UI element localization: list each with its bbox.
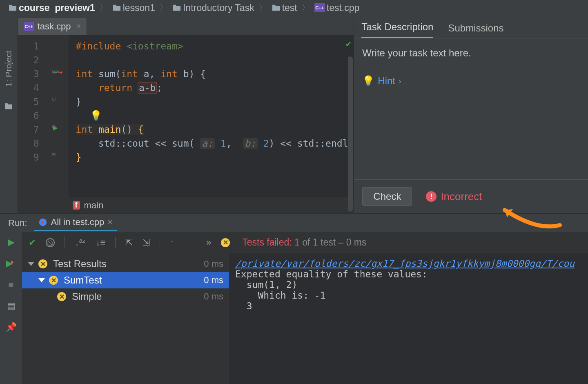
chevron-right-icon: 〉 <box>98 2 110 14</box>
check-status: ! Incorrect <box>426 190 482 203</box>
breadcrumb-label: lesson1 <box>123 2 155 13</box>
prev-test-icon[interactable]: ↑ <box>170 237 174 248</box>
test-output[interactable]: /private/var/folders/zc/gx17_fps3sjgkr1y… <box>229 253 588 384</box>
run-tab-label: All in test.cpp <box>51 217 104 228</box>
code-area[interactable]: 1 2 3 4 5 6 7 8 9 ↩↪ ▶ ⊟ ⊟ ⊟ ⊟ #include … <box>18 35 354 197</box>
folder-icon <box>8 4 17 11</box>
tree-test[interactable]: ✕Simple 0 ms <box>22 288 229 305</box>
chevron-right-icon: 〉 <box>300 2 312 14</box>
run-tab[interactable]: All in test.cpp × <box>34 214 117 231</box>
breadcrumb-item[interactable]: Introductory Task <box>172 2 254 13</box>
sort-duration-icon[interactable]: ↓≡ <box>96 237 105 248</box>
breadcrumb-item[interactable]: lesson1 <box>112 2 155 13</box>
hint-link[interactable]: 💡 Hint › <box>362 75 580 87</box>
run-toolwindow: Run: All in test.cpp × ▶ ▶● ■ ▤ 📌 ✔ ⦸ ↓ª… <box>0 213 588 384</box>
sort-alpha-icon[interactable]: ↓ªᶻ <box>75 237 86 248</box>
separator <box>115 237 116 248</box>
chevron-down-icon[interactable] <box>28 262 34 266</box>
cpp-file-icon <box>24 22 34 31</box>
separator <box>160 237 160 248</box>
output-path-link[interactable]: /private/var/folders/zc/gx17_fps3sjgkr1y… <box>235 258 575 269</box>
bulb-icon[interactable]: 💡 <box>90 110 102 121</box>
close-icon[interactable]: × <box>107 217 113 228</box>
breadcrumb-label: test <box>282 2 297 13</box>
check-bar: Check ! Incorrect <box>354 179 588 213</box>
line-number: 1 <box>18 39 39 53</box>
breadcrumb-fn[interactable]: main <box>84 200 104 211</box>
fail-prefix: Tests failed: <box>242 237 292 248</box>
folder-icon <box>272 4 281 11</box>
output-line: 3 <box>235 301 252 311</box>
cpp-file-icon <box>314 3 325 12</box>
code-text[interactable]: #include <iostream> int sum(int a, int b… <box>69 35 354 197</box>
run-side-toolbar: ▶ ▶● ■ ▤ 📌 <box>0 232 22 384</box>
show-passed-icon[interactable]: ✔ <box>29 237 36 248</box>
breadcrumb-item[interactable]: course_preview1 <box>8 2 95 13</box>
line-number: 6 <box>18 109 39 123</box>
fold-icon[interactable]: ⊟ <box>52 123 56 130</box>
tab-filename: task.cpp <box>38 21 71 32</box>
keyword: int <box>76 124 93 135</box>
tree-time: 0 ms <box>204 291 223 302</box>
operator: << <box>155 138 166 149</box>
expand-all-icon[interactable]: ⇱ <box>125 237 133 248</box>
tab-submissions[interactable]: Submissions <box>448 22 503 38</box>
chevron-down-icon[interactable] <box>38 278 45 282</box>
line-number: 7 <box>18 123 39 136</box>
line-number: 9 <box>18 150 39 164</box>
param: b <box>183 69 189 79</box>
keyword: int <box>160 69 178 79</box>
call: sum <box>172 138 189 149</box>
keyword: return <box>98 83 132 93</box>
fail-count: 1 <box>294 237 300 248</box>
collapse-all-icon[interactable]: ⇲ <box>143 237 150 248</box>
pin-icon[interactable]: 📌 <box>6 322 17 333</box>
line-number: 4 <box>18 81 39 95</box>
task-description-body: Write your task text here. 💡 Hint › <box>354 38 588 179</box>
tree-time: 0 ms <box>204 259 223 269</box>
fold-icon[interactable]: ⊟ <box>52 96 56 102</box>
function-name: sum <box>98 69 116 79</box>
google-test-icon <box>38 218 47 227</box>
tree-suite[interactable]: ✕SumTest 0 ms <box>22 272 229 288</box>
tree-label: Test Results <box>53 258 107 270</box>
function-badge-icon: f <box>73 201 80 210</box>
fail-badge-icon: ✕ <box>49 276 58 285</box>
project-tool-label[interactable]: 1: Project <box>4 51 13 87</box>
breadcrumb-item[interactable]: test.cpp <box>314 2 360 13</box>
line-number: 2 <box>18 53 39 67</box>
task-text: Write your task text here. <box>362 47 580 59</box>
line-number-gutter: 1 2 3 4 5 6 7 8 9 <box>18 35 51 197</box>
tab-task-description[interactable]: Task Description <box>361 21 433 38</box>
editor-scrollbar[interactable] <box>348 56 353 212</box>
tree-root[interactable]: ✕Test Results 0 ms <box>22 256 229 272</box>
folder-icon[interactable] <box>4 103 13 110</box>
rerun-icon[interactable]: ▶ <box>8 237 15 248</box>
check-button[interactable]: Check <box>362 187 412 206</box>
expand-output-icon[interactable]: » <box>206 237 211 248</box>
task-panel: Task Description Submissions Write your … <box>354 18 588 213</box>
layout-icon[interactable]: ▤ <box>7 301 16 311</box>
editor-tab[interactable]: task.cpp × <box>18 18 87 35</box>
test-toolbar: ✔ ⦸ ↓ªᶻ ↓≡ ⇱ ⇲ ↑ » ✕ Tests failed: 1 of … <box>22 232 588 253</box>
stop-icon[interactable]: ■ <box>8 279 13 290</box>
param: a <box>144 69 149 79</box>
fold-icon[interactable]: ⊟ <box>52 68 56 74</box>
hint-label: Hint <box>378 75 395 87</box>
close-icon[interactable]: × <box>76 22 81 31</box>
output-line: sum(1, 2) <box>235 279 297 290</box>
output-line: Expected equality of these values: <box>235 269 428 279</box>
breadcrumb-item[interactable]: test <box>272 2 297 13</box>
show-ignored-icon[interactable]: ⦸ <box>46 238 55 247</box>
gutter-icons: ↩↪ ▶ ⊟ ⊟ ⊟ ⊟ <box>51 35 69 197</box>
breadcrumb-label: Introductory Task <box>183 2 254 13</box>
highlighted-expr: a-b <box>138 83 157 93</box>
line-number: 8 <box>18 136 39 150</box>
breadcrumb-label: course_preview1 <box>19 2 95 13</box>
fail-suffix: of 1 test – 0 ms <box>302 237 366 248</box>
rerun-failed-icon[interactable]: ▶● <box>6 258 16 269</box>
bulb-icon: 💡 <box>362 75 374 87</box>
fail-badge-icon: ✕ <box>221 238 230 247</box>
fold-icon[interactable]: ⊟ <box>52 151 56 158</box>
analysis-ok-icon[interactable]: ✔ <box>346 38 351 49</box>
